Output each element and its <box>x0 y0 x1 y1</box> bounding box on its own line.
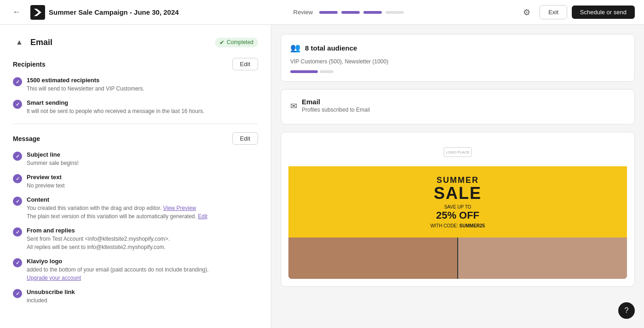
subject-line-content: Subject line Summer sale begins! <box>27 151 79 167</box>
check-circle-logo <box>13 258 22 267</box>
recipients-item-2-desc: It will not be sent to people who receiv… <box>27 107 204 115</box>
content-edit-link[interactable]: Edit <box>198 213 207 220</box>
audience-icon: 👥 <box>290 43 300 53</box>
klaviyo-logo-icon <box>30 5 45 20</box>
recipients-title: Recipients <box>13 61 46 68</box>
collapse-button[interactable]: ▲ <box>13 36 26 49</box>
code-line: WITH CODE: SUMMER25 <box>298 223 618 228</box>
settings-icon: ⚙ <box>523 7 530 17</box>
completed-label: Completed <box>227 39 253 45</box>
from-replies-item: From and replies Sent from Test Account … <box>13 227 258 251</box>
recipients-item-1-title: 1500 estimated recipients <box>27 77 144 84</box>
upgrade-link-wrap: Upgrade your account <box>27 274 209 282</box>
email-profiles-icon: ✉ <box>290 101 297 111</box>
from-replies-desc2: All replies will be sent to info@kltests… <box>27 243 170 251</box>
campaign-title: Summer Sale Campaign - June 30, 2024 <box>49 8 179 16</box>
preview-text-desc: No preview text <box>27 181 65 190</box>
help-button[interactable]: ? <box>618 302 635 319</box>
svg-rect-0 <box>30 5 45 20</box>
help-icon: ? <box>625 306 629 315</box>
content-title: Content <box>27 196 207 203</box>
svg-text:LOGO PLACE: LOGO PLACE <box>446 150 470 154</box>
klaviyo-logo-item: Klaviyo logo added to the bottom of your… <box>13 258 258 282</box>
exit-button[interactable]: Exit <box>540 5 567 19</box>
recipients-item-2: Smart sending It will not be sent to peo… <box>13 99 258 115</box>
audience-detail: VIP Customers (500), Newsletter (1000) <box>290 57 625 66</box>
check-circle-2 <box>13 100 22 109</box>
recipients-item-1: 1500 estimated recipients This will send… <box>13 77 258 93</box>
photo-2 <box>458 238 627 279</box>
sale-text: SALE <box>298 185 618 202</box>
collapse-icon: ▲ <box>16 38 23 46</box>
unsubscribe-item: Unsubscribe link included <box>13 288 258 305</box>
recipients-item-2-content: Smart sending It will not be sent to peo… <box>27 99 204 115</box>
percent-text: 25% OFF <box>298 209 618 221</box>
photo-1 <box>288 238 457 279</box>
recipients-item-1-content: 1500 estimated recipients This will send… <box>27 77 144 93</box>
unsubscribe-title: Unsubscribe link <box>27 288 75 295</box>
sale-graphic-main: SUMMER SALE SAVE UP TO 25% OFF WITH CODE… <box>288 166 627 238</box>
audience-card: 👥 8 total audience VIP Customers (500), … <box>281 34 635 82</box>
email-header: ▲ Email ✔ Completed <box>13 36 258 49</box>
recipients-item-1-desc: This will send to Newsletter and VIP Cus… <box>27 85 144 93</box>
check-circle-content <box>13 197 22 206</box>
preview-text-title: Preview text <box>27 174 65 181</box>
email-label: Email <box>30 38 52 47</box>
email-profiles-card: ✉ Email Profiles subscribed to Email <box>281 89 635 124</box>
graphic-photos <box>288 238 627 279</box>
code-label: WITH CODE: <box>431 223 458 228</box>
message-title: Message <box>13 135 40 142</box>
graphic-logo-area: LOGO PLACE <box>288 140 627 166</box>
logo-area: Summer Sale Campaign - June 30, 2024 <box>30 5 179 20</box>
progress-step-2 <box>341 11 360 14</box>
preview-inner: LOGO PLACE SUMMER SALE SAVE UP TO 25% OF… <box>281 132 634 286</box>
recipients-item-2-title: Smart sending <box>27 99 204 106</box>
nav-left: ← Summer Sale Campaign - June 30, 2024 <box>9 5 179 20</box>
message-edit-button[interactable]: Edit <box>232 132 258 145</box>
email-header-left: ▲ Email <box>13 36 52 49</box>
right-panel: 👥 8 total audience VIP Customers (500), … <box>271 25 644 328</box>
back-button[interactable]: ← <box>9 5 24 20</box>
code-value: SUMMER25 <box>460 223 485 228</box>
check-circle-preview <box>13 174 22 183</box>
view-preview-link[interactable]: View Preview <box>163 205 196 211</box>
completed-badge: ✔ Completed <box>215 38 258 47</box>
klaviyo-logo-desc: added to the bottom of your email (paid … <box>27 266 209 274</box>
check-circle-from <box>13 227 22 237</box>
schedule-or-send-button[interactable]: Schedule or send <box>572 6 635 19</box>
klaviyo-logo-title: Klaviyo logo <box>27 258 209 265</box>
email-preview-card: LOGO PLACE SUMMER SALE SAVE UP TO 25% OF… <box>281 132 635 287</box>
from-replies-title: From and replies <box>27 227 170 234</box>
main-content: ▲ Email ✔ Completed Recipients Edit 1500… <box>0 25 644 328</box>
email-profiles-title: Email <box>302 98 370 106</box>
subject-line-item: Subject line Summer sale begins! <box>13 151 258 167</box>
progress-bar-newsletter <box>320 70 334 73</box>
audience-card-header: 👥 8 total audience <box>290 43 625 53</box>
left-panel: ▲ Email ✔ Completed Recipients Edit 1500… <box>0 25 271 328</box>
progress-step-1 <box>319 11 338 14</box>
recipients-edit-button[interactable]: Edit <box>232 58 258 70</box>
message-section-header: Message Edit <box>13 132 258 145</box>
content-item-content: Content You created this variation with … <box>27 196 207 221</box>
unsubscribe-desc: included <box>27 296 75 305</box>
preview-text-content: Preview text No preview text <box>27 174 65 190</box>
back-icon: ← <box>12 7 21 17</box>
email-profiles-subtitle: Profiles subscribed to Email <box>302 106 370 114</box>
upgrade-account-link[interactable]: Upgrade your account <box>27 275 81 281</box>
save-text: SAVE UP TO <box>298 204 618 209</box>
progress-step-4 <box>385 11 404 14</box>
content-desc-2: The plain text version of this variation… <box>27 212 207 221</box>
check-circle-unsub <box>13 289 22 298</box>
settings-button[interactable]: ⚙ <box>518 4 535 21</box>
klaviyo-logo-content: Klaviyo logo added to the bottom of your… <box>27 258 209 282</box>
progress-bar-vip <box>290 70 318 73</box>
email-profiles-text: Email Profiles subscribed to Email <box>302 98 370 114</box>
nav-progress: Review <box>293 9 404 16</box>
content-item: Content You created this variation with … <box>13 196 258 221</box>
divider-1 <box>13 124 258 124</box>
subject-line-desc: Summer sale begins! <box>27 159 79 167</box>
check-circle-1 <box>13 77 22 86</box>
preview-text-item: Preview text No preview text <box>13 174 258 190</box>
content-desc: You created this variation with the drag… <box>27 204 207 212</box>
audience-progress-bars <box>290 70 625 73</box>
